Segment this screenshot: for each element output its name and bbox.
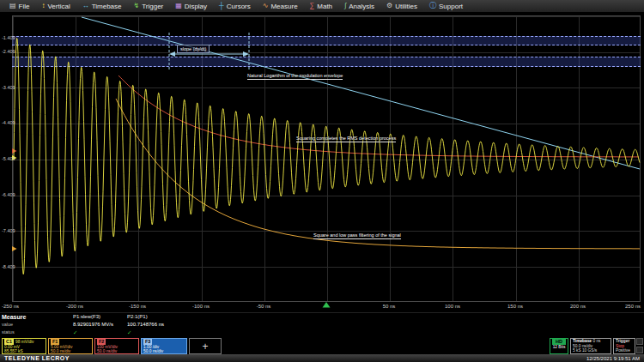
timebase-icon: ↔ [82,3,89,9]
trace-f1-lowpass [116,99,640,249]
channel-c1-descriptor[interactable]: C198 mV/div 0.00 mV 85.557 kS [2,338,46,354]
timebase-sampling: 5 kS 10 GS/s [573,348,609,353]
x-axis-label: 150 ns [496,304,534,309]
menu-label-math: Math [317,3,332,10]
brand-logo: TELEDYNE LECROY [4,355,70,361]
measure-p2-header[interactable]: P2:1(P1) [127,314,148,319]
slope-arrowhead-right [243,51,249,57]
measure-p1-status-check-icon: ✓ [73,329,77,336]
menu-label-measure: Measure [270,3,297,10]
c1-samples: 85.557 kS [4,349,44,354]
right-badge-2[interactable] [636,347,643,353]
menu-item-math[interactable]: ∑Math [304,0,339,13]
menu-bar: ▤File ↕Vertical ↔Timebase ↯Trigger ▦Disp… [0,0,644,13]
menu-item-utilities[interactable]: ⚙Utilities [380,0,423,13]
menu-item-support[interactable]: ⓘSupport [423,0,469,13]
menu-item-trigger[interactable]: ↯Trigger [128,0,170,13]
menu-label-trigger: Trigger [142,3,163,10]
menu-item-cursors[interactable]: ┼Cursors [213,0,257,13]
f3-hscale: 50.0 ns/div [143,349,185,354]
support-icon: ⓘ [429,3,436,9]
trigger-slope: Positive [616,348,633,353]
f2-chip: F2 [97,339,106,345]
x-axis-label: -200 ns [56,304,94,309]
menu-label-display: Display [185,3,207,10]
menu-label-file: File [19,3,30,10]
measure-row-value-label: value [2,322,13,327]
timebase-title: Timebase [573,339,592,343]
x-axis-label: -250 ns [2,304,39,309]
math-f1-descriptor[interactable]: F1 5.00 mV/div 50.0 ns/div [48,338,93,354]
x-axis-label: -100 ns [182,304,220,309]
x-axis-label: -50 ns [245,304,283,309]
analysis-icon: ∫ [344,3,346,9]
measure-p2-value: 100.7148766 ns [127,322,164,327]
x-axis-label: -150 ns [118,304,156,309]
measure-icon: ∿ [263,3,269,9]
f1-hscale: 50.0 ns/div [51,349,90,354]
y-axis-label: -8.409 [2,264,15,269]
menu-label-vertical: Vertical [47,3,70,10]
c1-chip: C1 [4,339,14,345]
menu-label-cursors: Cursors [227,3,251,10]
add-trace-button[interactable]: + [189,338,222,354]
y-axis-label: -7.409 [2,228,15,233]
hd-bits: 12 Bits [552,345,566,350]
right-badge-1[interactable] [636,338,643,345]
cursors-icon: ┼ [219,3,224,9]
f3-chip: F3 [143,339,152,345]
y-axis-label: -5.409 [2,156,15,161]
menu-label-utilities: Utilities [395,3,417,10]
trace-f2-rms [118,75,639,157]
measure-p2-status-check-icon: ✓ [127,329,131,336]
menu-item-measure[interactable]: ∿Measure [257,0,304,13]
annotation-natural-log: Natural Logarithm of the modulation enve… [247,73,343,80]
menu-item-file[interactable]: ▤File [3,0,35,13]
timebase-offset: 0 ns [592,339,600,343]
x-axis-label: 50 ns [370,304,408,309]
f1-chip: F1 [51,339,59,345]
y-axis-label: -1.409 [2,35,15,40]
menu-label-timebase: Timebase [92,3,122,10]
y-axis-label: -2.409 [2,49,15,54]
menu-item-timebase[interactable]: ↔Timebase [76,0,128,13]
vertical-icon: ↕ [41,3,45,9]
descriptor-row: C198 mV/div 0.00 mV 85.557 kS F1 5.00 mV… [0,338,644,354]
menu-label-analysis: Analysis [349,3,374,10]
trace-f3-ln [82,17,640,169]
hd-mode-badge: HD 12 Bits [550,338,568,354]
status-bar: TELEDYNE LECROY 12/25/2021 9:19:51 AM [0,354,644,362]
f1-level-marker[interactable] [12,246,17,251]
measure-p1-value: 8.92901976 MV/s [73,322,113,327]
menu-item-display[interactable]: ▦Display [169,0,213,13]
math-f2-descriptor[interactable]: F2 100 mV/div 50.0 ns/div [94,338,139,354]
x-axis-label: 100 ns [434,304,471,309]
file-icon: ▤ [9,3,16,9]
measure-panel: Measure value status P1:slew(F3) 8.92901… [0,312,644,339]
datetime-display: 12/25/2021 9:19:51 AM [586,356,640,361]
x-axis-label: 200 ns [559,304,597,309]
y-axis-label: -6.409 [2,192,15,197]
measure-row-status-label: status [2,329,15,335]
display-icon: ▦ [175,3,182,9]
menu-item-analysis[interactable]: ∫Analysis [338,0,380,13]
trigger-time-marker[interactable] [323,302,331,308]
f2-hscale: 50.0 ns/div [97,349,137,354]
trigger-icon: ↯ [134,3,140,9]
annotation-lowpass: Square and low pass filtering of the sig… [313,232,401,239]
measure-p1-header[interactable]: P1:slew(F3) [73,314,100,319]
math-f3-descriptor-selected[interactable]: F3 1.00 /div 50.0 ns/div [141,338,187,354]
trigger-title: Trigger [616,339,629,343]
y-axis-label: -3.409 [2,85,15,90]
menu-label-support: Support [439,3,463,10]
y-axis-label: -4.409 [2,120,15,125]
trigger-descriptor[interactable]: Trigger Stop Positive [613,338,635,354]
menu-item-vertical[interactable]: ↕Vertical [35,0,76,13]
timebase-descriptor[interactable]: Timebase 0 ns 50.0 ns/div 5 kS 10 GS/s [570,338,611,354]
math-icon: ∑ [310,3,315,9]
x-axis-label: 250 ns [601,304,641,309]
waveform-display: slope (dy/dt) Natural Logarithm of the m… [0,13,644,312]
slope-arrowhead-left [169,51,175,57]
f2-level-marker[interactable] [12,148,17,154]
utilities-icon: ⚙ [386,3,392,9]
